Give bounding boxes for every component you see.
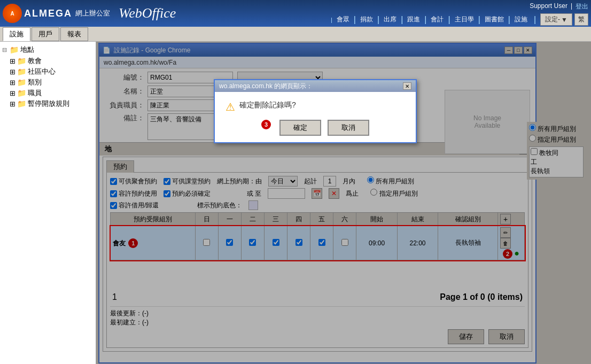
warning-icon: ⚠ [225,100,235,113]
badge-3: 3 [261,120,271,129]
second-nav-bar: 設施 用戶 報表 [0,27,591,42]
main-layout: ⊟ 📁 地點 ⊞ 📁 教會 ⊞ 📁 社區中心 ⊞ 📁 類別 ⊞ [0,42,591,364]
nav-attendance[interactable]: 出席 [382,14,399,25]
nav-facilities[interactable]: 設施 [512,14,530,25]
sidebar-item-staff[interactable]: ⊞ 📁 職員 [10,88,94,98]
dialog-titlebar: wo.almega.com.hk 的網頁顯示： ✕ [215,80,416,92]
nav-congregation[interactable]: 會眾 [335,14,352,25]
sidebar-item-community[interactable]: ⊞ 📁 社區中心 [10,66,94,77]
top-bar: A ALMEGA 網上辦公室 WebOffice Support User | … [0,0,591,27]
top-right-area: Support User | 登出 | 會眾 | 捐款 | 出席 | 跟進 | … [331,0,588,26]
nav-sunday-school[interactable]: 主日學 [453,14,476,25]
nav-donation[interactable]: 捐款 [358,14,375,25]
sidebar: ⊟ 📁 地點 ⊞ 📁 教會 ⊞ 📁 社區中心 ⊞ 📁 類別 ⊞ [0,42,96,364]
tab-reports[interactable]: 報表 [60,27,88,41]
settings-button[interactable]: 設定- ▼ [540,13,572,26]
content-area: 📄 設施記錄 - Google Chrome ─ □ ✕ wo.almega.c… [96,42,591,364]
logo-icon: A [3,4,22,23]
dialog-cancel-button[interactable]: 取消 [328,120,369,136]
dialog-close-button[interactable]: ✕ [403,82,411,90]
dialog-content: ⚠ 確定刪除記錄嗎? 3 確定 取消 [215,92,416,142]
tab-users[interactable]: 用戶 [32,27,59,41]
dialog-title: wo.almega.com.hk 的網頁顯示： [219,82,313,91]
sidebar-item-locations[interactable]: ⊟ 📁 地點 [2,44,94,56]
sidebar-item-church[interactable]: ⊞ 📁 教會 [10,56,94,66]
support-user-bar: Support User | 登出 [530,0,588,13]
logo-text: ALMEGA [24,8,72,19]
nav-followup[interactable]: 跟進 [405,14,422,25]
nav-accounting[interactable]: 會計 [429,14,446,25]
dialog-ok-button[interactable]: 確定 [279,120,321,136]
dialog-buttons: 3 確定 取消 [225,120,405,136]
logo-area: A ALMEGA 網上辦公室 WebOffice [3,4,176,23]
tab-facilities[interactable]: 設施 [3,27,30,41]
lang-button[interactable]: 繁 [574,13,588,26]
nav-library[interactable]: 圖書館 [483,14,506,25]
dialog-message: 確定刪除記錄嗎? [239,100,296,110]
logout-link[interactable]: 登出 [576,2,588,11]
sidebar-children: ⊞ 📁 教會 ⊞ 📁 社區中心 ⊞ 📁 類別 ⊞ 📁 職員 ⊞ 📁 [10,56,94,109]
weboffice-text: WebOffice [119,5,176,21]
dialog-box: wo.almega.com.hk 的網頁顯示： ✕ ⚠ 確定刪除記錄嗎? 3 確… [214,79,417,143]
sidebar-item-suspend[interactable]: ⊞ 📁 暫停開放規則 [10,98,94,109]
nav-menu-bar: | 會眾 | 捐款 | 出席 | 跟進 | 會計 | 主日學 | 圖書館 | 設… [331,13,588,26]
sidebar-item-categories[interactable]: ⊞ 📁 類別 [10,77,94,88]
support-user-label: Support User [530,2,567,11]
logo-subtitle: 網上辦公室 [75,9,110,18]
